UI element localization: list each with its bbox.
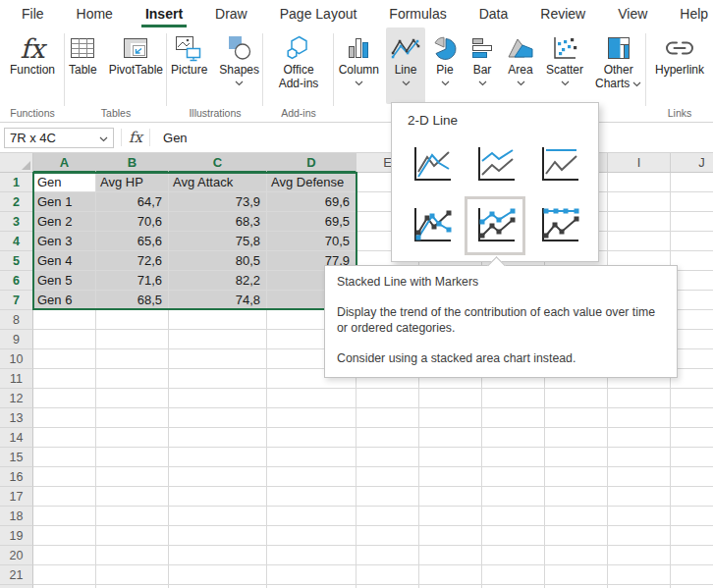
- row-header-16[interactable]: 16: [0, 467, 33, 487]
- cell-E17[interactable]: [356, 487, 419, 507]
- addins-button[interactable]: OfficeAdd-ins: [274, 27, 324, 104]
- cell-A10[interactable]: [33, 349, 96, 369]
- cell-A11[interactable]: [33, 369, 96, 389]
- cell-B20[interactable]: [96, 546, 169, 565]
- tab-file[interactable]: File: [20, 2, 46, 26]
- cell-A6[interactable]: Gen 5: [33, 271, 96, 291]
- cell-I14[interactable]: [608, 428, 671, 448]
- row-header-7[interactable]: 7: [0, 291, 33, 310]
- cell-A9[interactable]: [33, 330, 96, 349]
- column-button[interactable]: Column: [334, 27, 384, 104]
- cell-D13[interactable]: [267, 408, 356, 428]
- row-header-12[interactable]: 12: [0, 389, 33, 408]
- cell-J18[interactable]: [671, 507, 713, 526]
- cell-E18[interactable]: [356, 507, 419, 526]
- cell-A14[interactable]: [33, 428, 96, 448]
- cell-J19[interactable]: [671, 526, 713, 546]
- cell-H13[interactable]: [545, 408, 608, 428]
- column-header-d[interactable]: D: [267, 153, 356, 173]
- cell-H18[interactable]: [545, 507, 608, 526]
- cell-F12[interactable]: [419, 389, 482, 408]
- cell-I18[interactable]: [608, 507, 671, 526]
- cell-B9[interactable]: [96, 330, 169, 349]
- row-header-4[interactable]: 4: [0, 232, 33, 251]
- cell-G20[interactable]: [482, 546, 545, 565]
- chevron-down-icon[interactable]: [235, 80, 244, 86]
- cell-H19[interactable]: [545, 526, 608, 546]
- cell-F18[interactable]: [419, 507, 482, 526]
- cell-A19[interactable]: [33, 526, 96, 546]
- cell-C10[interactable]: [169, 349, 267, 369]
- cell-B2[interactable]: 64,7: [96, 192, 169, 212]
- cell-E15[interactable]: [356, 448, 419, 467]
- cell-B6[interactable]: 71,6: [96, 271, 169, 291]
- cell-C4[interactable]: 75,8: [169, 232, 267, 251]
- cell-A13[interactable]: [33, 408, 96, 428]
- cell-I2[interactable]: [608, 192, 671, 212]
- cell-I4[interactable]: [608, 232, 671, 251]
- tab-formulas[interactable]: Formulas: [387, 2, 448, 26]
- row-header-9[interactable]: 9: [0, 330, 33, 349]
- cell-C1[interactable]: Avg Attack: [169, 173, 267, 192]
- cell-D18[interactable]: [267, 507, 356, 526]
- cell-B18[interactable]: [96, 507, 169, 526]
- cell-A16[interactable]: [33, 467, 96, 487]
- cell-B7[interactable]: 68,5: [96, 291, 169, 310]
- cell-E20[interactable]: [356, 546, 419, 565]
- column-header-j[interactable]: J: [671, 153, 713, 173]
- cell-A20[interactable]: [33, 546, 96, 565]
- tab-home[interactable]: Home: [75, 2, 115, 26]
- cell-C15[interactable]: [169, 448, 267, 467]
- cell-B4[interactable]: 65,6: [96, 232, 169, 251]
- cell-C13[interactable]: [169, 408, 267, 428]
- cell-E12[interactable]: [356, 389, 419, 408]
- cell-I21[interactable]: [608, 565, 671, 585]
- hyperlink-button[interactable]: Hyperlink: [650, 27, 709, 104]
- cell-C20[interactable]: [169, 546, 267, 565]
- row-header-15[interactable]: 15: [0, 448, 33, 467]
- cell-D4[interactable]: 70,5: [267, 232, 356, 251]
- cell-J16[interactable]: [671, 467, 713, 487]
- cell-F19[interactable]: [419, 526, 482, 546]
- cell-H15[interactable]: [545, 448, 608, 467]
- cell-H16[interactable]: [545, 467, 608, 487]
- chevron-down-icon[interactable]: [478, 80, 487, 86]
- cell-J14[interactable]: [671, 428, 713, 448]
- picture-button[interactable]: Picture: [166, 27, 212, 104]
- row-header-10[interactable]: 10: [0, 349, 33, 369]
- cell-I3[interactable]: [608, 212, 671, 232]
- row-header-20[interactable]: 20: [0, 546, 33, 565]
- chevron-down-icon[interactable]: [99, 136, 108, 142]
- cell-I13[interactable]: [608, 408, 671, 428]
- cell-D21[interactable]: [267, 565, 356, 585]
- cell-B5[interactable]: 72,6: [96, 251, 169, 271]
- formula-input[interactable]: Gen: [163, 131, 188, 145]
- row-header-18[interactable]: 18: [0, 507, 33, 526]
- cell-I16[interactable]: [608, 467, 671, 487]
- column-header-b[interactable]: B: [96, 153, 169, 173]
- chart-type-line-markers[interactable]: [401, 196, 462, 255]
- cell-B8[interactable]: [96, 310, 169, 330]
- cell-C17[interactable]: [169, 487, 267, 507]
- cell-J3[interactable]: [671, 212, 713, 232]
- chevron-down-icon[interactable]: [441, 80, 450, 86]
- cell-I12[interactable]: [608, 389, 671, 408]
- tab-view[interactable]: View: [616, 2, 649, 26]
- cell-A1[interactable]: Gen: [33, 173, 96, 192]
- row-header-8[interactable]: 8: [0, 310, 33, 330]
- cell-J4[interactable]: [671, 232, 713, 251]
- chart-type-line-plain[interactable]: [401, 135, 462, 194]
- cell-D1[interactable]: Avg Defense: [267, 173, 356, 192]
- pie-button[interactable]: Pie: [427, 27, 463, 104]
- cell-C6[interactable]: 82,2: [169, 271, 267, 291]
- name-box[interactable]: 7R x 4C: [4, 128, 114, 148]
- cell-D20[interactable]: [267, 546, 356, 565]
- cell-I20[interactable]: [608, 546, 671, 565]
- row-header-19[interactable]: 19: [0, 526, 33, 546]
- cell-G21[interactable]: [482, 565, 545, 585]
- cell-B3[interactable]: 70,6: [96, 212, 169, 232]
- tab-help[interactable]: Help: [678, 2, 710, 26]
- bar-button[interactable]: Bar: [465, 27, 500, 104]
- cell-J13[interactable]: [671, 408, 713, 428]
- chart-type-stacked-line-markers[interactable]: [465, 196, 525, 255]
